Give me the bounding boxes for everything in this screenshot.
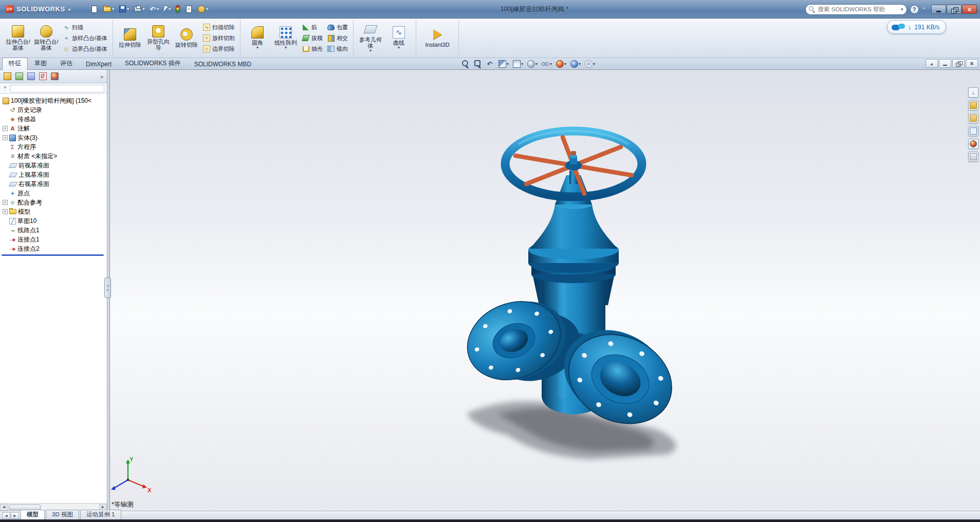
- titlebar-chevron-icon[interactable]: ⌃: [922, 7, 926, 12]
- dropdown-caret-icon[interactable]: ▾: [206, 7, 208, 11]
- task-pane-tab[interactable]: [968, 113, 978, 123]
- tree-expander[interactable]: +: [3, 126, 8, 131]
- dropdown-caret-icon[interactable]: ▾: [521, 62, 523, 66]
- tree-expander[interactable]: [3, 218, 8, 223]
- tree-expander[interactable]: [3, 228, 8, 233]
- search-dropdown-icon[interactable]: ▾: [901, 7, 903, 12]
- task-pane-tab[interactable]: [968, 100, 978, 110]
- dropdown-caret-icon[interactable]: ▾: [157, 7, 159, 11]
- view-tool-button[interactable]: ▾: [540, 59, 553, 69]
- valve-body[interactable]: [455, 171, 688, 440]
- dropdown-caret-icon[interactable]: ▾: [285, 46, 287, 50]
- dropdown-caret-icon[interactable]: ▾: [256, 46, 258, 50]
- view-tool-button[interactable]: ▾: [496, 59, 510, 69]
- doc-minimize-icon[interactable]: [939, 59, 951, 68]
- document-tab[interactable]: 模型: [21, 510, 45, 519]
- quick-access-button[interactable]: ▾: [132, 4, 146, 15]
- draft-button[interactable]: 拔模: [301, 33, 324, 43]
- tree-expander[interactable]: +: [3, 135, 8, 140]
- view-tool-button[interactable]: ▾: [568, 59, 582, 69]
- fillet-button[interactable]: 圆角 ▾: [244, 25, 271, 51]
- tree-item[interactable]: 原点: [0, 189, 107, 198]
- document-tab[interactable]: 运动算例 1: [80, 510, 121, 519]
- manager-tab[interactable]: [26, 71, 36, 82]
- command-tab[interactable]: 草图: [28, 58, 53, 69]
- command-tab[interactable]: 特征: [2, 58, 28, 70]
- tree-item[interactable]: 100[橡胶密封暗杆闸阀] (150<: [0, 96, 107, 105]
- intersect-button[interactable]: 相交: [326, 33, 349, 43]
- tree-item[interactable]: 草图10: [0, 216, 107, 226]
- tree-expander[interactable]: [3, 107, 8, 113]
- shell-button[interactable]: 抽壳: [301, 44, 324, 54]
- quick-access-button[interactable]: ▾: [196, 4, 210, 15]
- boundary-cut-button[interactable]: 边界切除: [201, 44, 236, 54]
- dropdown-caret-icon[interactable]: ▾: [593, 62, 595, 66]
- doc-restore-icon[interactable]: [952, 59, 965, 68]
- view-tool-button[interactable]: ▾: [511, 59, 525, 69]
- tree-expander[interactable]: [3, 144, 8, 150]
- reference-geometry-button[interactable]: 参考几何体 ▾: [357, 22, 384, 54]
- dropdown-caret-icon[interactable]: ▾: [398, 46, 400, 50]
- tree-expander[interactable]: [3, 163, 8, 168]
- loft-cut-button[interactable]: 放样切割: [201, 33, 236, 43]
- revolve-cut-button[interactable]: 旋转切除: [173, 27, 200, 49]
- tree-item[interactable]: 线路点1: [0, 226, 107, 235]
- tree-item[interactable]: 前视基准面: [0, 161, 107, 170]
- tree-expander[interactable]: [3, 191, 8, 196]
- dropdown-caret-icon[interactable]: ▾: [127, 7, 129, 11]
- tree-expander[interactable]: [3, 154, 8, 159]
- instant3d-button[interactable]: Instant3D: [420, 27, 455, 49]
- search-input[interactable]: [817, 6, 899, 13]
- gate-valve-model[interactable]: Y X Z: [107, 70, 980, 511]
- close-icon[interactable]: [962, 5, 977, 14]
- tabs-overflow-icon[interactable]: »: [99, 73, 105, 80]
- revolve-boss-button[interactable]: 旋转凸台/基体: [33, 24, 60, 52]
- document-tab[interactable]: 3D 视图: [46, 510, 79, 519]
- help-search[interactable]: ▾: [805, 4, 907, 15]
- command-tab[interactable]: 评估: [53, 58, 79, 69]
- quick-access-button[interactable]: ▾: [147, 4, 161, 15]
- manager-tab[interactable]: [14, 71, 24, 82]
- sweep-button[interactable]: 扫描: [61, 22, 109, 32]
- rib-button[interactable]: 筋: [301, 22, 324, 32]
- view-tool-button[interactable]: ▾: [583, 59, 597, 69]
- graphics-viewport[interactable]: Y X Z *等轴测: [107, 70, 980, 511]
- tree-filter-input[interactable]: [10, 85, 104, 92]
- scrollbar-thumb[interactable]: [9, 505, 41, 510]
- tree-expander[interactable]: +: [3, 200, 8, 205]
- command-tab[interactable]: SOLIDWORKS 插件: [118, 58, 188, 69]
- tree-expander[interactable]: [3, 172, 8, 177]
- manager-tab[interactable]: [2, 71, 12, 82]
- tab-scroll-right-icon[interactable]: ▶: [11, 512, 19, 519]
- dropdown-caret-icon[interactable]: ▾: [169, 7, 171, 11]
- linear-pattern-button[interactable]: 线性阵列 ▾: [272, 25, 299, 51]
- manager-tab[interactable]: [38, 71, 48, 82]
- dropdown-caret-icon[interactable]: ▾: [112, 7, 114, 11]
- doc-close-icon[interactable]: [966, 59, 978, 68]
- quick-access-button[interactable]: ▾: [101, 4, 116, 15]
- dropdown-caret-icon[interactable]: ▾: [369, 49, 372, 53]
- tree-item[interactable]: + 实体(3): [0, 133, 107, 142]
- splitter-grip[interactable]: ◂▸: [104, 277, 111, 298]
- tree-item[interactable]: 连接点2: [0, 244, 107, 253]
- background-download-badge[interactable]: ↓ 191 KB/s: [887, 20, 946, 34]
- sweep-cut-button[interactable]: 扫描切除: [201, 22, 236, 32]
- view-tool-button[interactable]: [484, 59, 496, 69]
- help-icon[interactable]: ?: [910, 5, 919, 14]
- view-tool-button[interactable]: [459, 59, 471, 69]
- task-pane-tab[interactable]: [968, 139, 978, 149]
- task-pane-tab[interactable]: [968, 152, 978, 162]
- extrude-cut-button[interactable]: 拉伸切除: [117, 27, 143, 49]
- quick-access-button[interactable]: [174, 4, 183, 15]
- curves-button[interactable]: 曲线 ▾: [385, 25, 412, 51]
- rollback-bar[interactable]: [2, 254, 104, 256]
- tree-expander[interactable]: [3, 246, 8, 251]
- tree-item[interactable]: 右视基准面: [0, 179, 107, 189]
- tab-scroll-left-icon[interactable]: ◀: [2, 512, 10, 519]
- tree-item[interactable]: 传感器: [0, 115, 107, 124]
- restore-icon[interactable]: [947, 5, 961, 14]
- tree-expander[interactable]: [3, 117, 8, 122]
- wrap-button[interactable]: 包覆: [326, 22, 349, 32]
- task-pane-tab[interactable]: [968, 87, 978, 98]
- view-tool-button[interactable]: ▾: [525, 59, 539, 69]
